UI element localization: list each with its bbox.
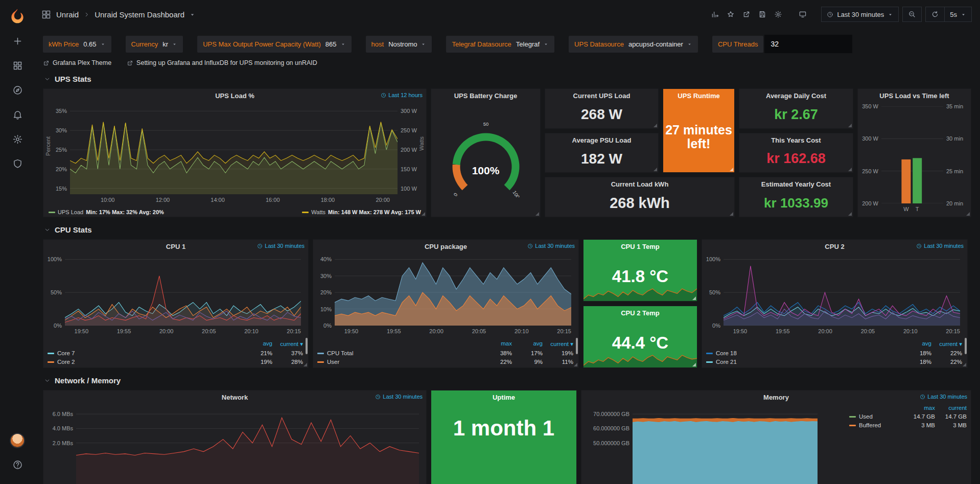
breadcrumb-folder[interactable]: Unraid — [56, 10, 79, 19]
row-header-ups-stats[interactable]: UPS Stats — [43, 66, 972, 88]
sidebar-alerting-icon[interactable] — [0, 102, 35, 127]
legend-sort-current[interactable]: current ▾ — [543, 340, 573, 348]
save-dashboard-button[interactable] — [756, 8, 768, 20]
variable-label: CPU Threads — [718, 40, 758, 48]
plot-area[interactable] — [724, 256, 960, 326]
panel-header[interactable]: UPS Load vs Time left — [858, 89, 971, 101]
legend-series-name[interactable]: Core 21 — [706, 359, 901, 365]
legend-sort-current[interactable]: current — [935, 405, 967, 411]
panel-resize-handle[interactable] — [963, 363, 966, 366]
panel-header[interactable]: This Years Cost — [739, 133, 853, 146]
cycle-view-button[interactable] — [797, 8, 809, 20]
legend-series-name[interactable]: Buffered — [849, 422, 903, 428]
panel-resize-handle[interactable] — [692, 296, 696, 300]
panel-header[interactable]: Average PSU Load — [545, 133, 658, 146]
cpu-threads-input[interactable] — [764, 35, 852, 53]
zoom-out-button[interactable] — [902, 7, 922, 22]
panel-resize-handle[interactable] — [966, 212, 970, 216]
time-picker-button[interactable]: Last 30 minutes — [821, 7, 899, 22]
panel-resize-handle[interactable] — [574, 363, 577, 366]
panel-resize-handle[interactable] — [848, 168, 852, 171]
variable-dropdown-kwh-price[interactable]: kWh Price0.65 — [43, 36, 111, 53]
panel-header[interactable]: UPS Load % — [43, 89, 426, 101]
panel-resize-handle[interactable] — [304, 363, 307, 366]
plot-area[interactable] — [633, 407, 818, 484]
plot-area[interactable] — [65, 256, 301, 326]
plot-area[interactable] — [881, 106, 943, 203]
legend-series-name[interactable]: CPU Total — [317, 350, 481, 356]
dashboard-settings-button[interactable] — [772, 8, 784, 20]
legend-sort-current[interactable]: current ▾ — [272, 340, 303, 348]
panel-body: 41.8 °C — [584, 252, 697, 301]
legend-item[interactable]: UPS LoadMin: 17% Max: 32% Avg: 20% — [49, 209, 164, 215]
legend-series-name[interactable]: Core 2 — [48, 359, 242, 365]
sidebar-help-icon[interactable] — [0, 452, 35, 477]
axis-tick-label: 50% — [702, 289, 720, 295]
stat-value: 44.4 °C — [584, 318, 697, 367]
panel-resize-handle[interactable] — [654, 168, 657, 171]
plot-area[interactable] — [70, 105, 398, 194]
plot-area[interactable] — [335, 256, 571, 326]
panel-resize-handle[interactable] — [848, 124, 852, 127]
panel-resize-handle[interactable] — [422, 212, 425, 216]
sidebar-grafana-logo[interactable] — [0, 4, 35, 29]
legend-scrollbar[interactable] — [965, 338, 967, 354]
sidebar-configuration-icon[interactable] — [0, 127, 35, 151]
axis-tick-label: 20:00 — [154, 328, 179, 334]
legend-series-name[interactable]: User — [317, 359, 481, 365]
sidebar-add-icon[interactable] — [0, 29, 35, 53]
row-header-cpu-stats[interactable]: CPU Stats — [43, 217, 972, 239]
refresh-button[interactable] — [925, 7, 945, 22]
legend-series-name[interactable]: Core 7 — [48, 350, 242, 356]
dashboard-link-0[interactable]: Grafana Plex Theme — [43, 59, 111, 66]
panel-header[interactable]: Memory — [581, 390, 971, 403]
share-dashboard-button[interactable] — [740, 8, 753, 20]
legend-item[interactable]: WattsMin: 148 W Max: 278 W Avg: 175 W — [302, 209, 421, 215]
variable-dropdown-telegraf-datasource[interactable]: Telegraf DatasourceTelegraf — [446, 36, 554, 53]
breadcrumb-dashboard-title[interactable]: Unraid System Dashboard — [95, 10, 184, 19]
variable-dropdown-ups-max-output-power-capacity-watt[interactable]: UPS Max Output Power Capacity (Watt)865 — [197, 36, 351, 53]
refresh-interval-button[interactable]: 5s — [945, 7, 972, 22]
row-header-network-memory[interactable]: Network / Memory — [43, 368, 972, 390]
panel-resize-handle[interactable] — [730, 212, 733, 216]
caret-down-icon[interactable] — [189, 11, 196, 18]
panel-header[interactable]: Estimated Yearly Cost — [739, 177, 853, 190]
panel-header[interactable]: CPU 2 Temp — [584, 306, 697, 318]
legend-series-name[interactable]: Core 18 — [706, 350, 901, 356]
sidebar-dashboards-icon[interactable] — [0, 53, 35, 78]
panel-resize-handle[interactable] — [654, 124, 657, 127]
panel-header[interactable]: Average Daily Cost — [739, 89, 853, 101]
panel-header[interactable]: UPS Battery Charge — [431, 89, 540, 101]
legend-sort-avg[interactable]: avg — [242, 340, 272, 348]
axis-tick-label: 20:05 — [197, 328, 221, 334]
panel-resize-handle[interactable] — [692, 363, 696, 366]
panel-resize-handle[interactable] — [730, 168, 733, 171]
variable-dropdown-currency[interactable]: Currencykr — [126, 36, 183, 53]
legend-sort-current[interactable]: current ▾ — [931, 340, 962, 348]
legend-sort-max[interactable]: max — [481, 340, 512, 348]
panel-header[interactable]: Current UPS Load — [545, 89, 658, 101]
legend-scrollbar[interactable] — [306, 338, 308, 354]
sidebar-explore-icon[interactable] — [0, 78, 35, 102]
legend-scrollbar[interactable] — [576, 338, 578, 354]
panel-header[interactable]: Uptime — [431, 390, 576, 403]
panel-resize-handle[interactable] — [848, 212, 852, 216]
legend-series-name[interactable]: Used — [849, 413, 903, 420]
panel-header[interactable]: CPU 1 Temp — [584, 240, 697, 252]
add-panel-button[interactable] — [709, 8, 721, 20]
star-dashboard-button[interactable] — [725, 8, 737, 20]
panel-resize-handle[interactable] — [535, 212, 539, 216]
plot-area[interactable] — [76, 407, 419, 484]
panel-header[interactable]: Network — [43, 390, 426, 403]
dashboard-link-1[interactable]: Setting up Grafana and InfluxDB for UPS … — [127, 59, 317, 66]
sidebar-server-admin-icon[interactable] — [0, 151, 35, 176]
legend-sort-avg[interactable]: avg — [512, 340, 543, 348]
stat-text: kr 1033.99 — [764, 195, 828, 211]
panel-header[interactable]: UPS Runtime — [663, 89, 734, 101]
user-avatar[interactable] — [10, 433, 25, 448]
legend-sort-avg[interactable]: avg — [901, 340, 931, 348]
legend-sort-max[interactable]: max — [903, 405, 935, 411]
panel-header[interactable]: Current Load kWh — [545, 177, 734, 190]
variable-dropdown-host[interactable]: hostNostromo — [366, 36, 432, 53]
variable-dropdown-ups-datasource[interactable]: UPS Datasourceapcupsd-container — [569, 36, 698, 53]
